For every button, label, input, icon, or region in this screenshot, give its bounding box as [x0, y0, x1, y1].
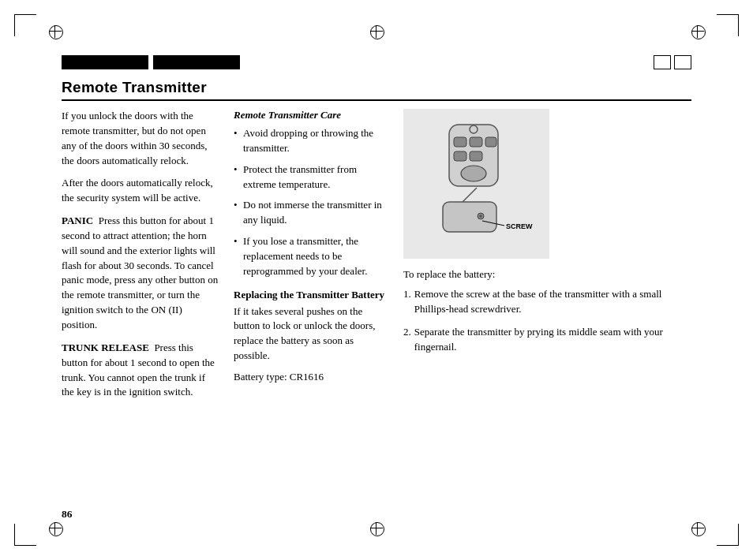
trunk-paragraph: TRUNK RELEASE Press this button for abou…: [62, 341, 219, 400]
care-item-4: If you lose a transmitter, the replaceme…: [234, 234, 389, 279]
title-rule: [62, 99, 691, 101]
replacing-title: Replacing the Transmitter Battery: [234, 289, 389, 301]
care-list: Avoid dropping or throwing the transmitt…: [234, 126, 389, 279]
reg-mark-tr: [691, 25, 704, 38]
step-2: 2. Separate the transmitter by prying it…: [403, 325, 691, 355]
svg-point-8: [461, 166, 486, 181]
step-1: 1. Remove the screw at the base of the t…: [403, 287, 691, 317]
step-2-num: 2.: [403, 325, 411, 355]
header-tabs: [62, 55, 240, 69]
header-box-2: [674, 55, 691, 69]
header-box-1: [654, 55, 671, 69]
care-item-3: Do not immerse the transmitter in any li…: [234, 198, 389, 228]
left-column: If you unlock the doors with the remote …: [62, 109, 227, 497]
reg-mark-tm: [370, 25, 383, 38]
panic-description: Press this button for about 1 second to …: [62, 215, 218, 330]
transmitter-image: SCREW: [403, 109, 549, 259]
corner-mark-br: [717, 524, 739, 546]
svg-rect-7: [470, 151, 482, 161]
reg-mark-tl: [49, 25, 62, 38]
step-1-num: 1.: [403, 287, 411, 317]
battery-type: Battery type: CR1616: [234, 370, 389, 385]
care-title: Remote Transmitter Care: [234, 109, 389, 121]
step-1-text: Remove the screw at the base of the tran…: [414, 287, 691, 317]
header-tab-2: [153, 55, 240, 69]
svg-rect-5: [485, 137, 496, 147]
corner-mark-tl: [14, 14, 36, 36]
svg-text:SCREW: SCREW: [506, 222, 533, 230]
after-text: After the doors automatically relock, th…: [62, 176, 219, 206]
care-item-2: Protect the transmitter from extreme tem…: [234, 162, 389, 192]
transmitter-illustration: SCREW: [403, 109, 549, 259]
intro-text: If you unlock the doors with the remote …: [62, 109, 219, 168]
svg-rect-3: [454, 137, 466, 147]
svg-rect-10: [443, 202, 496, 232]
section-title-block: Remote Transmitter: [62, 79, 691, 101]
middle-column: Remote Transmitter Care Avoid dropping o…: [227, 109, 397, 497]
header-boxes: [654, 55, 691, 69]
svg-rect-6: [454, 151, 466, 161]
panic-paragraph: PANIC Press this button for about 1 seco…: [62, 214, 219, 333]
replacing-body: If it takes several pushes on the button…: [234, 304, 389, 364]
panic-block: PANIC Press this button for about 1 seco…: [62, 214, 219, 333]
right-column: SCREW To replace the battery: 1. Remove …: [397, 109, 691, 497]
care-item-1: Avoid dropping or throwing the transmitt…: [234, 126, 389, 156]
page: Remote Transmitter If you unlock the doo…: [0, 0, 753, 560]
header-tab-1: [62, 55, 148, 69]
header-area: [62, 55, 691, 69]
reg-mark-bm: [370, 522, 383, 535]
trunk-term: TRUNK RELEASE: [62, 342, 149, 353]
svg-rect-4: [470, 137, 482, 147]
step-2-text: Separate the transmitter by prying its m…: [414, 325, 691, 355]
corner-mark-tr: [717, 14, 739, 36]
replace-battery-intro: To replace the battery:: [403, 268, 691, 281]
page-number: 86: [62, 508, 73, 521]
corner-mark-bl: [14, 524, 36, 546]
reg-mark-br: [691, 522, 704, 535]
content-area: If you unlock the doors with the remote …: [62, 109, 691, 497]
steps-list: 1. Remove the screw at the base of the t…: [403, 287, 691, 354]
reg-mark-bl: [49, 522, 62, 535]
section-title: Remote Transmitter: [62, 79, 691, 96]
panic-term: PANIC: [62, 215, 93, 226]
trunk-block: TRUNK RELEASE Press this button for abou…: [62, 341, 219, 400]
